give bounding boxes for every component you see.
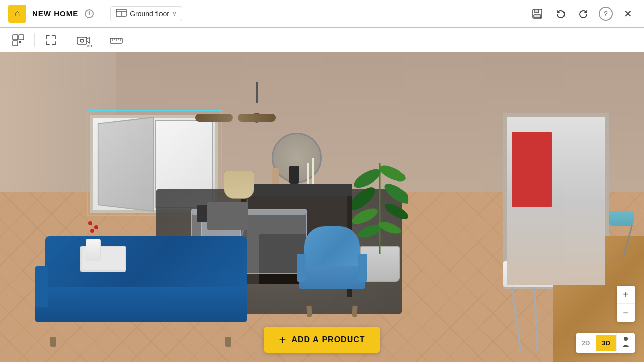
toolbar-divider-2 bbox=[67, 33, 67, 47]
svg-rect-7 bbox=[19, 35, 24, 40]
info-icon[interactable]: ℹ bbox=[85, 9, 94, 18]
svg-point-25 bbox=[382, 200, 408, 222]
flower-red-1 bbox=[88, 221, 92, 225]
topbar: ⌂ NEW HOME ℹ Ground floor ∨ bbox=[0, 0, 644, 28]
sofa-arm-left bbox=[35, 266, 48, 307]
room-scene: + ADD A PRODUCT + − 2D 3D bbox=[0, 52, 644, 362]
svg-rect-6 bbox=[13, 35, 18, 40]
app-title: NEW HOME bbox=[32, 9, 78, 18]
add-product-plus-icon: + bbox=[279, 333, 286, 347]
toolbar-divider-3 bbox=[100, 33, 100, 47]
fan-rod bbox=[256, 82, 258, 103]
toolbar-divider-1 bbox=[34, 33, 35, 47]
sofa-leg-front-left bbox=[50, 337, 56, 347]
floor-label: Ground floor bbox=[130, 10, 169, 18]
svg-point-28 bbox=[624, 337, 628, 341]
door-view-red-wall bbox=[512, 132, 552, 207]
add-product-label: ADD A PRODUCT bbox=[291, 335, 365, 344]
camera-3d-button[interactable]: 3D bbox=[73, 31, 94, 50]
svg-rect-10 bbox=[77, 37, 87, 44]
sofa-leg-front-right bbox=[225, 337, 231, 347]
white-chair-leg-2 bbox=[533, 287, 539, 352]
armchair-arm-left bbox=[297, 254, 306, 282]
sofa bbox=[35, 236, 247, 337]
view-3d-button[interactable]: 3D bbox=[596, 335, 616, 351]
svg-marker-11 bbox=[87, 37, 90, 43]
grid-button[interactable] bbox=[8, 31, 28, 50]
zoom-out-button[interactable]: − bbox=[617, 304, 635, 322]
ceiling-fan bbox=[216, 103, 297, 133]
flower-red-2 bbox=[94, 225, 98, 229]
zoom-controls: + − bbox=[617, 286, 635, 322]
svg-point-12 bbox=[80, 39, 84, 42]
flower-arrangement bbox=[83, 221, 103, 261]
desk-lamp-head bbox=[609, 211, 634, 226]
view-2d-button[interactable]: 2D bbox=[576, 335, 596, 351]
help-button[interactable]: ? bbox=[599, 7, 613, 21]
floor-selector[interactable]: Ground floor ∨ bbox=[110, 6, 182, 21]
armchair-leg-2 bbox=[352, 306, 357, 317]
window-pane-left bbox=[98, 117, 154, 212]
fireplace-mantel bbox=[242, 184, 352, 196]
sofa-seat bbox=[35, 287, 247, 322]
view-toggle: 2D 3D bbox=[576, 333, 635, 353]
topbar-separator bbox=[102, 6, 102, 21]
topbar-left: ⌂ NEW HOME ℹ Ground floor ∨ bbox=[8, 5, 182, 23]
svg-rect-8 bbox=[13, 41, 18, 46]
fan-blade-1 bbox=[195, 114, 233, 122]
armchair-arm-right bbox=[358, 254, 367, 282]
close-button[interactable]: ✕ bbox=[620, 6, 636, 22]
flower-vase-white bbox=[86, 239, 101, 261]
laptop-on-table bbox=[207, 202, 248, 230]
lamp-shade bbox=[224, 171, 254, 199]
app-logo[interactable]: ⌂ bbox=[8, 5, 26, 23]
add-product-button[interactable]: + ADD A PRODUCT bbox=[264, 327, 380, 353]
svg-rect-4 bbox=[535, 9, 539, 13]
armchair-blue bbox=[297, 226, 367, 307]
ruler-button[interactable] bbox=[106, 31, 126, 50]
zoom-in-button[interactable]: + bbox=[617, 286, 635, 304]
desk-lamp-arm bbox=[622, 225, 633, 259]
floor-icon bbox=[116, 9, 127, 19]
mantel-flower-vase bbox=[272, 168, 279, 184]
svg-point-27 bbox=[377, 219, 403, 236]
door-view bbox=[507, 117, 605, 285]
person-view-button[interactable] bbox=[616, 333, 635, 353]
save-button[interactable] bbox=[529, 6, 545, 22]
fullscreen-button[interactable] bbox=[41, 31, 61, 50]
flower-red-3 bbox=[90, 229, 94, 233]
flower-stems bbox=[88, 221, 98, 241]
svg-rect-9 bbox=[19, 41, 21, 43]
toolbar: 3D bbox=[0, 28, 644, 52]
svg-point-20 bbox=[352, 166, 383, 192]
topbar-right: ? ✕ bbox=[529, 6, 636, 22]
mantel-candle-1 bbox=[307, 163, 309, 184]
redo-button[interactable] bbox=[576, 6, 592, 22]
armchair-seat bbox=[299, 266, 365, 289]
armchair-leg-1 bbox=[306, 306, 312, 317]
white-chair-leg-1 bbox=[511, 287, 522, 351]
canvas-area[interactable]: + ADD A PRODUCT + − 2D 3D bbox=[0, 52, 644, 362]
svg-point-21 bbox=[377, 162, 408, 185]
undo-button[interactable] bbox=[552, 6, 569, 22]
mantel-candle-2 bbox=[312, 158, 314, 184]
svg-rect-5 bbox=[534, 15, 541, 18]
chevron-down-icon: ∨ bbox=[172, 10, 177, 17]
mantel-vase bbox=[289, 166, 299, 184]
svg-point-23 bbox=[382, 180, 408, 207]
fan-blade-2 bbox=[238, 114, 276, 122]
